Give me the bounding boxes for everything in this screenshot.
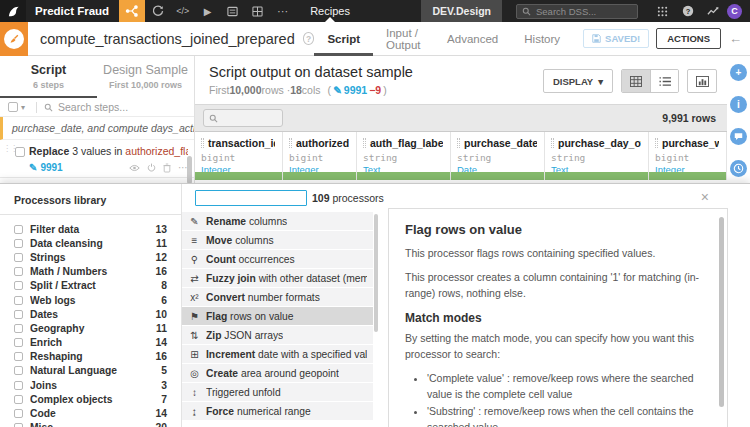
nav-lab-icon[interactable] [145, 0, 170, 22]
tab-design-sample[interactable]: Design Sample First 10,000 rows [97, 56, 194, 98]
category-misc[interactable]: Misc20 [14, 421, 167, 427]
search-steps-input[interactable]: Search steps... [58, 101, 128, 113]
checkbox[interactable] [14, 409, 23, 418]
checkbox[interactable] [14, 324, 23, 333]
column-header[interactable]: purchase_week bigint Integer [649, 132, 727, 180]
processor-move-columns[interactable]: ≡Move columns [182, 231, 373, 249]
steps-scrollbar[interactable] [187, 156, 192, 184]
checkbox[interactable] [14, 381, 23, 390]
info-icon[interactable]: ? [303, 32, 315, 45]
processor-zip-json-arrays[interactable]: ⇅Zip JSON arrays [182, 326, 373, 344]
checkbox[interactable] [14, 267, 23, 276]
column-header[interactable]: purchase_day_of_week string Text [545, 132, 649, 180]
processor-create-area-geopoint[interactable]: ◎Create area around geopoint [182, 364, 373, 382]
column-grip-icon[interactable] [655, 138, 658, 148]
processor-search-input[interactable] [195, 190, 307, 206]
drag-handle-icon[interactable]: ⋮⋮ [3, 145, 11, 173]
nav-dashboards-icon[interactable] [245, 0, 270, 22]
trend-icon[interactable] [700, 0, 725, 22]
nav-more-icon[interactable]: ⋯ [270, 0, 295, 22]
processor-triggered-unfold[interactable]: ↕Triggered unfold [182, 383, 373, 401]
details-info-button[interactable]: i [730, 96, 747, 113]
discussions-button[interactable] [730, 128, 747, 145]
processor-convert-number-formats[interactable]: x²Convert number formats [182, 288, 373, 306]
list-view-button[interactable] [650, 70, 678, 92]
checkbox[interactable] [14, 253, 23, 262]
category-web-logs[interactable]: Web logs6 [14, 293, 167, 307]
step-replace-authorized-flag[interactable]: ⋮⋮ Replace 3 values in authorized_flag ✎… [0, 140, 194, 178]
processor-count-occurrences[interactable]: ⚲Count occurrences [182, 250, 373, 268]
select-all-checkbox[interactable] [8, 102, 18, 112]
checkbox[interactable] [14, 225, 23, 234]
nav-jobs-icon[interactable]: ▶ [195, 0, 220, 22]
category-math-numbers[interactable]: Math / Numbers16 [14, 265, 167, 279]
column-grip-icon[interactable] [363, 138, 366, 148]
tab-advanced[interactable]: Advanced [434, 22, 511, 56]
checkbox[interactable] [14, 366, 23, 375]
category-filter-data[interactable]: Filter data13 [14, 222, 167, 236]
category-geography[interactable]: Geography11 [14, 321, 167, 335]
tab-script[interactable]: Script [314, 22, 373, 56]
chevron-down-icon[interactable]: ▾ [21, 103, 25, 112]
category-enrich[interactable]: Enrich14 [14, 336, 167, 350]
category-joins[interactable]: Joins3 [14, 378, 167, 392]
saved-button[interactable]: SAVED! [583, 29, 649, 48]
category-reshaping[interactable]: Reshaping16 [14, 350, 167, 364]
global-search[interactable] [516, 4, 638, 19]
dataiku-logo[interactable] [0, 0, 26, 22]
charts-view-button[interactable] [687, 69, 717, 93]
category-data-cleansing[interactable]: Data cleansing11 [14, 236, 167, 250]
processor-force-numerical-range[interactable]: ↨Force numerical range [182, 402, 373, 420]
column-grip-icon[interactable] [289, 138, 292, 148]
collapse-arrow-icon[interactable]: ← [729, 31, 742, 46]
tab-script-steps[interactable]: Script 6 steps [0, 56, 97, 98]
category-strings[interactable]: Strings12 [14, 250, 167, 264]
help-icon[interactable]: ? [675, 0, 700, 22]
processor-fuzzy-join[interactable]: ⇄Fuzzy join with other dataset (memory-b… [182, 269, 373, 287]
checkbox[interactable] [14, 352, 23, 361]
project-name[interactable]: Predict Fraud [35, 5, 109, 17]
category-code[interactable]: Code14 [14, 406, 167, 420]
column-header[interactable]: transaction_id bigint Integer [195, 132, 283, 180]
processor-flag-rows-on-value[interactable]: ⚑Flag rows on value [182, 307, 373, 325]
apps-grid-icon[interactable] [650, 0, 675, 22]
table-view-button[interactable] [622, 70, 650, 92]
step-checkbox[interactable] [15, 147, 25, 157]
checkbox[interactable] [14, 296, 23, 305]
checkbox[interactable] [14, 281, 23, 290]
nav-code-icon[interactable]: </> [170, 0, 195, 22]
category-dates[interactable]: Dates10 [14, 307, 167, 321]
close-icon[interactable]: × [701, 190, 709, 204]
actions-button[interactable]: ACTIONS [656, 28, 721, 49]
column-grip-icon[interactable] [551, 138, 554, 148]
nav-deployer-icon[interactable] [220, 0, 245, 22]
category-complex-objects[interactable]: Complex objects7 [14, 392, 167, 406]
table-search-box[interactable] [203, 109, 283, 127]
processor-increment-date[interactable]: ⊞Increment date with a specified value [182, 345, 373, 363]
column-grip-icon[interactable] [201, 138, 204, 148]
column-header[interactable]: purchase_date string Date [451, 132, 545, 180]
preview-eye-icon[interactable] [129, 164, 140, 172]
nav-flow-icon[interactable] [119, 0, 145, 22]
category-natural-language[interactable]: Natural Language5 [14, 364, 167, 378]
env-switcher[interactable]: DEV.Design [421, 0, 502, 22]
checkbox[interactable] [14, 338, 23, 347]
checkbox[interactable] [14, 310, 23, 319]
display-dropdown[interactable]: DISPLAY ▾ [543, 69, 613, 93]
checkbox[interactable] [14, 395, 23, 404]
user-avatar[interactable]: C [727, 4, 742, 19]
add-button[interactable]: + [730, 64, 747, 81]
tab-input-output[interactable]: Input / Output [373, 22, 434, 56]
column-header[interactable]: auth_flag_label string Text [357, 132, 451, 180]
column-header[interactable]: authorized_flag bigint Integer [283, 132, 357, 180]
step-comment[interactable]: purchase_date, and compute days_active. [0, 117, 194, 140]
history-button[interactable] [730, 160, 747, 177]
checkbox[interactable] [14, 423, 23, 427]
category-split-extract[interactable]: Split / Extract8 [14, 279, 167, 293]
global-search-input[interactable] [536, 6, 626, 17]
disable-step-icon[interactable] [147, 163, 156, 172]
column-grip-icon[interactable] [457, 138, 460, 148]
checkbox[interactable] [14, 239, 23, 248]
doc-scrollbar[interactable] [719, 217, 724, 407]
delete-step-icon[interactable] [163, 163, 171, 173]
